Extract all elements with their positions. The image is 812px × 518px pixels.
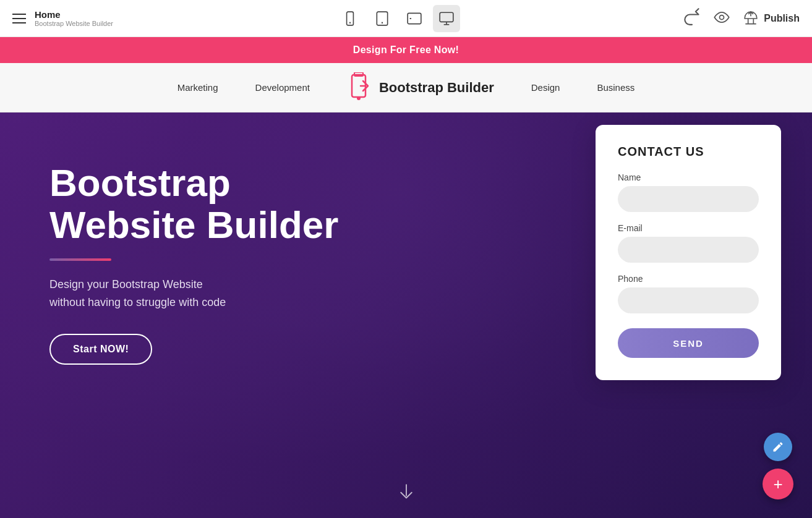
site-brand: Bootstrap Builder [347, 72, 494, 103]
fab-container: + [763, 433, 793, 499]
site-navigation: Marketing Development Bootstrap Builder … [0, 63, 812, 113]
scroll-down-icon [397, 481, 416, 499]
topbar-left: Home Bootstrap Website Builder [12, 9, 113, 27]
send-button[interactable]: SEND [618, 328, 759, 358]
topbar-actions: Publish [683, 8, 800, 28]
name-label: Name [618, 172, 759, 182]
page-subtitle: Bootstrap Website Builder [35, 20, 113, 27]
preview-button[interactable] [713, 9, 730, 28]
svg-rect-6 [440, 12, 453, 22]
promo-banner[interactable]: Design For Free Now! [0, 37, 812, 63]
contact-email-field: E-mail [618, 223, 759, 263]
brand-name: Bootstrap Builder [379, 80, 494, 96]
hero-section: Bootstrap Website Builder Design your Bo… [0, 113, 812, 518]
hero-divider [49, 258, 111, 261]
phone-label: Phone [618, 274, 759, 284]
email-label: E-mail [618, 223, 759, 233]
topbar: Home Bootstrap Website Builder [0, 0, 812, 37]
hamburger-menu-icon[interactable] [12, 14, 26, 23]
undo-button[interactable] [683, 8, 701, 28]
publish-label: Publish [764, 13, 800, 24]
hero-text-block: Bootstrap Website Builder Design your Bo… [49, 162, 338, 365]
hero-title-line1: Bootstrap [49, 161, 231, 204]
brand-icon [347, 72, 373, 103]
add-fab-button[interactable]: + [763, 469, 793, 499]
nav-business[interactable]: Business [597, 82, 635, 93]
contact-phone-field: Phone [618, 274, 759, 313]
nav-design[interactable]: Design [531, 82, 560, 93]
nav-marketing[interactable]: Marketing [177, 82, 218, 93]
hero-subtitle: Design your Bootstrap Websitewithout hav… [49, 276, 338, 312]
topbar-title-block: Home Bootstrap Website Builder [35, 9, 113, 27]
edit-fab-button[interactable] [764, 433, 792, 461]
svg-point-12 [357, 96, 361, 100]
contact-card: CONTACT US Name E-mail Phone SEND [596, 125, 781, 380]
nav-development[interactable]: Development [255, 82, 310, 93]
svg-point-9 [720, 15, 724, 20]
hero-title: Bootstrap Website Builder [49, 162, 338, 246]
tablet-landscape-button[interactable] [401, 5, 428, 32]
device-switcher [336, 5, 460, 32]
promo-text: Design For Free Now! [353, 45, 459, 56]
contact-name-field: Name [618, 172, 759, 212]
contact-title: CONTACT US [618, 145, 759, 159]
pencil-icon [772, 441, 784, 453]
desktop-view-button[interactable] [433, 5, 460, 32]
tablet-view-button[interactable] [369, 5, 396, 32]
publish-button[interactable]: Publish [743, 11, 800, 27]
scroll-indicator [397, 481, 416, 499]
phone-input[interactable] [618, 287, 759, 313]
email-input[interactable] [618, 237, 759, 263]
hero-title-line2: Website Builder [49, 203, 338, 246]
start-now-button[interactable]: Start NOW! [49, 334, 152, 365]
page-title: Home [35, 9, 113, 20]
name-input[interactable] [618, 186, 759, 212]
add-icon: + [773, 475, 782, 494]
mobile-view-button[interactable] [336, 5, 364, 32]
